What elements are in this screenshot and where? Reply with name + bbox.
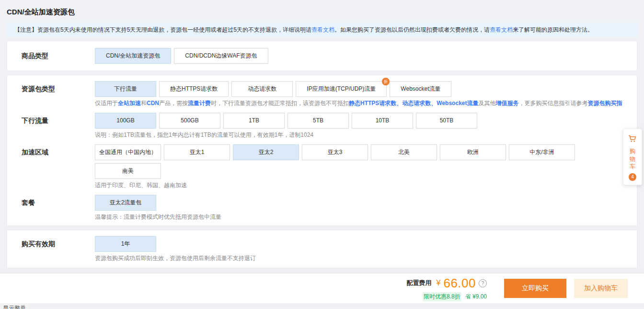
option-china-mainland[interactable]: 全国通用（中国内地） bbox=[95, 144, 161, 160]
validity-help: 资源包购买成功后即刻生效，资源包使用后剩余流量不支持退订 bbox=[95, 255, 622, 262]
cart-label: 购物车 bbox=[629, 147, 636, 170]
resource-type-help: 仅适用于全站加速和CDN产品，需按流量计费时，下行流量资源包才能正常抵扣，该资源… bbox=[95, 100, 622, 107]
plan-label: 套餐 bbox=[22, 195, 95, 211]
traffic-size-row: 下行流量 100GB 500GB 1TB 5TB 10TB 50TB 说明：例如… bbox=[22, 113, 622, 139]
save-amount: 省 ¥9.00 bbox=[465, 293, 487, 301]
option-apac2[interactable]: 亚太2 bbox=[233, 144, 299, 160]
option-label: IP应用加速(TCP/UDP)流量 bbox=[307, 85, 376, 92]
validity-card: 购买有效期 1年 资源包购买成功后即刻生效，资源包使用后剩余流量不支持退订 bbox=[7, 230, 637, 268]
config-price: 66.00 bbox=[443, 276, 476, 291]
resource-type-label: 资源包类型 bbox=[22, 81, 95, 97]
help-text: 产品，需按 bbox=[159, 100, 188, 107]
option-1tb[interactable]: 1TB bbox=[223, 113, 285, 129]
option-cdn-dcdn-edge-waf-package[interactable]: CDN/DCDN边缘WAF资源包 bbox=[174, 48, 268, 64]
non-deductible-items-link[interactable]: 静态HTTPS请求数、动态请求数、Websocket流量 bbox=[349, 100, 478, 107]
plan-help: 温馨提示：流量计费模式时优先抵用资源包中流量 bbox=[95, 214, 622, 221]
option-apac2-traffic-package[interactable]: 亚太2流量包 bbox=[95, 195, 156, 211]
option-500gb[interactable]: 500GB bbox=[159, 113, 220, 129]
help-text: ，更多购买信息指引请参考 bbox=[518, 100, 587, 107]
purchase-guide-link[interactable]: 资源包购买指南 bbox=[587, 100, 622, 107]
product-type-card: 商品类型 CDN/全站加速资源包 CDN/DCDN边缘WAF资源包 bbox=[7, 41, 637, 71]
option-50tb[interactable]: 50TB bbox=[416, 113, 477, 129]
notice-text: 来了解可能的原因和处理方法。 bbox=[513, 26, 593, 33]
value-added-services-link[interactable]: 增值服务 bbox=[495, 100, 518, 107]
help-text: 及其他 bbox=[478, 100, 495, 107]
option-10tb[interactable]: 10TB bbox=[352, 113, 413, 129]
notice-text: 【注意】资源包在5天内未使用的情况下支持5天无理由退款，资源包一经使用或者超过5… bbox=[14, 26, 311, 33]
region-help: 适用于印度、印尼、韩国、越南加速 bbox=[95, 182, 622, 189]
price-block: 配置费用 ¥ 66.00 ? 限时优惠8.8折 省 ¥9.00 bbox=[407, 276, 487, 301]
help-text: 和 bbox=[141, 100, 147, 107]
option-1-year[interactable]: 1年 bbox=[95, 236, 156, 252]
resource-type-row: 资源包类型 下行流量 静态HTTPS请求数 动态请求数 IP应用加速(TCP/U… bbox=[22, 81, 622, 107]
validity-label: 购买有效期 bbox=[22, 236, 95, 252]
add-to-cart-button[interactable]: 加入购物车 bbox=[574, 279, 628, 298]
notice-text: 。如果您购买了资源包以后仍然出现扣费或者欠费的情况，请 bbox=[334, 26, 490, 33]
currency-symbol: ¥ bbox=[437, 279, 441, 287]
dcdn-link[interactable]: 全站加速 bbox=[118, 100, 141, 107]
validity-row: 购买有效期 1年 资源包购买成功后即刻生效，资源包使用后剩余流量不支持退订 bbox=[22, 236, 622, 262]
buy-now-button[interactable]: 立即购买 bbox=[504, 279, 566, 298]
product-type-label: 商品类型 bbox=[22, 48, 95, 64]
option-middle-east-africa[interactable]: 中东/非洲 bbox=[509, 144, 575, 160]
option-dynamic-requests[interactable]: 动态请求数 bbox=[231, 81, 293, 97]
page-title: CDN/全站加速资源包 bbox=[0, 0, 644, 23]
cdn-link[interactable]: CDN bbox=[147, 100, 159, 107]
option-5tb[interactable]: 5TB bbox=[288, 113, 349, 129]
notice-bar: 【注意】资源包在5天内未使用的情况下支持5天无理由退款，资源包一经使用或者超过5… bbox=[7, 23, 637, 37]
cart-count-badge: 4 bbox=[629, 173, 636, 181]
help-text: 仅适用于 bbox=[95, 100, 118, 107]
option-europe[interactable]: 欧洲 bbox=[440, 144, 506, 160]
option-websocket-traffic[interactable]: Websocket流量 bbox=[390, 81, 451, 97]
option-north-america[interactable]: 北美 bbox=[371, 144, 437, 160]
traffic-size-help: 说明：例如1TB流量包，指您1年内总计有1TB的流量可以使用，有效期1年，进制1… bbox=[95, 131, 622, 139]
option-ip-acceleration-traffic[interactable]: IP应用加速(TCP/UDP)流量 折 bbox=[296, 81, 387, 97]
option-100gb[interactable]: 100GB bbox=[95, 113, 156, 129]
traffic-billing-link[interactable]: 流量计费 bbox=[188, 100, 211, 107]
cart-icon bbox=[628, 134, 637, 145]
region-row: 加速区域 全国通用（中国内地） 亚太1 亚太2 亚太3 北美 欧洲 中东/非洲 … bbox=[22, 144, 622, 189]
product-type-row: 商品类型 CDN/全站加速资源包 CDN/DCDN边缘WAF资源包 bbox=[22, 48, 622, 64]
discount-corner-badge: 折 bbox=[382, 78, 390, 85]
cart-widget[interactable]: 购物车 4 bbox=[623, 129, 642, 185]
region-label: 加速区域 bbox=[22, 144, 95, 160]
option-downstream-traffic[interactable]: 下行流量 bbox=[95, 81, 156, 97]
view-docs-link-2[interactable]: 查看文档 bbox=[490, 26, 513, 33]
price-help-icon[interactable]: ? bbox=[479, 279, 487, 287]
traffic-size-label: 下行流量 bbox=[22, 113, 95, 129]
option-apac1[interactable]: 亚太1 bbox=[164, 144, 230, 160]
view-docs-link[interactable]: 查看文档 bbox=[311, 26, 334, 33]
option-static-https-requests[interactable]: 静态HTTPS请求数 bbox=[159, 81, 229, 97]
option-cdn-dcdn-package[interactable]: CDN/全站加速资源包 bbox=[95, 48, 171, 64]
package-config-card: 资源包类型 下行流量 静态HTTPS请求数 动态请求数 IP应用加速(TCP/U… bbox=[7, 75, 637, 226]
partial-bottom-text: 显示整单 bbox=[0, 303, 29, 309]
option-south-america[interactable]: 南美 bbox=[95, 163, 161, 179]
help-text: 时，下行流量资源包才能正常抵扣，该资源包不可抵扣 bbox=[211, 100, 349, 107]
fee-label: 配置费用 bbox=[407, 279, 432, 287]
option-apac3[interactable]: 亚太3 bbox=[302, 144, 368, 160]
purchase-footer-bar: 配置费用 ¥ 66.00 ? 限时优惠8.8折 省 ¥9.00 立即购买 加入购… bbox=[0, 273, 644, 303]
discount-badge: 限时优惠8.8折 bbox=[423, 292, 461, 301]
plan-row: 套餐 亚太2流量包 温馨提示：流量计费模式时优先抵用资源包中流量 bbox=[22, 195, 622, 221]
